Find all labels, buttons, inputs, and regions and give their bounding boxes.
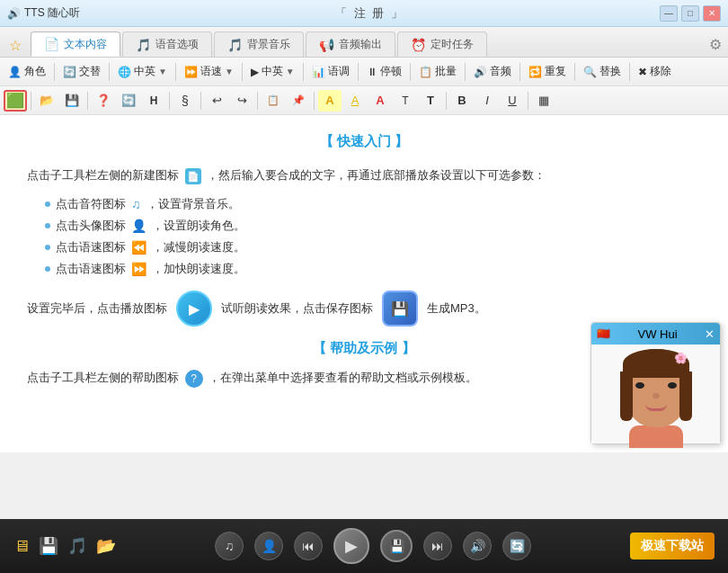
speed-button[interactable]: ⏩ 语速 ▼: [180, 62, 238, 81]
pause-label: 停顿: [380, 64, 402, 79]
lang2-button[interactable]: ▶ 中英 ▼: [246, 62, 299, 81]
h-button[interactable]: H: [142, 90, 165, 112]
tab-timer-task[interactable]: ⏰ 定时任务: [397, 31, 487, 57]
replace-icon: 🔍: [583, 66, 597, 78]
text-t2-button[interactable]: T: [419, 90, 442, 112]
yellow-underline-button[interactable]: A: [343, 90, 367, 112]
tone-label: 语调: [328, 64, 350, 79]
settings-button[interactable]: ⚙: [703, 31, 728, 57]
loop-button[interactable]: 🔄: [502, 532, 531, 560]
lang-button[interactable]: 🌐 中英 ▼: [113, 62, 172, 81]
preview-play-button[interactable]: ▶: [176, 291, 212, 327]
lang2-label: 中英: [262, 64, 283, 79]
red-color-button[interactable]: A: [368, 90, 392, 112]
tab-bg-icon: 🎵: [227, 38, 243, 52]
volume-button[interactable]: 🔊: [463, 532, 492, 560]
download-site-banner[interactable]: 极速下载站: [630, 533, 715, 560]
exchange-icon: 🔄: [63, 66, 76, 78]
sound-effect-button[interactable]: ♫: [215, 532, 244, 560]
redo-button[interactable]: ↪: [230, 90, 253, 112]
italic-button[interactable]: I: [475, 90, 499, 112]
sep2: [109, 63, 110, 81]
replace-button[interactable]: 🔍 替换: [579, 62, 626, 81]
copy-button[interactable]: 📋: [262, 90, 285, 112]
para-button[interactable]: §: [173, 90, 197, 112]
tab-timer-label: 定时任务: [431, 37, 474, 52]
move-button[interactable]: ✖ 移除: [634, 62, 676, 81]
paste-button[interactable]: 📌: [287, 90, 310, 112]
sep4: [242, 63, 243, 81]
lang2-arrow: ▼: [286, 67, 295, 76]
app-name: TTS 随心听: [24, 5, 80, 21]
batch-button[interactable]: 📋 批量: [414, 62, 461, 81]
screen-icon[interactable]: 🖥: [13, 537, 30, 556]
role-button[interactable]: 👤 角色: [4, 62, 50, 81]
rewind-button[interactable]: ⏮: [294, 532, 323, 560]
fast-forward-button[interactable]: ⏭: [423, 532, 452, 560]
speed-arrow: ▼: [225, 67, 234, 76]
sep9: [519, 63, 520, 81]
avatar-select-button[interactable]: 👤: [254, 532, 283, 560]
bullet-text2: 点击头像图标: [56, 218, 126, 234]
window-controls: — □ ✕: [660, 5, 721, 22]
underline-button[interactable]: U: [501, 90, 524, 112]
save-mp3-button[interactable]: 💾: [382, 291, 418, 327]
save-button[interactable]: 💾: [380, 530, 413, 562]
quick-start-title: 【 快速入门 】: [27, 133, 701, 150]
tab-voice-options[interactable]: 🎵 语音选项: [122, 31, 212, 57]
open-button[interactable]: 📂: [35, 90, 58, 112]
exchange-button[interactable]: 🔄 交替: [58, 62, 105, 81]
music-icon[interactable]: 🎵: [67, 536, 87, 556]
avatar-close-button[interactable]: ✕: [705, 327, 715, 341]
right-eye: [668, 382, 677, 389]
tone-icon: 📊: [312, 66, 325, 78]
bullet-suffix1: ，设置背景音乐。: [146, 196, 240, 212]
new-button[interactable]: 🟩: [4, 90, 27, 112]
undo-button[interactable]: ↩: [205, 90, 228, 112]
avatar-body: 🌸: [591, 345, 720, 443]
text-t1-button[interactable]: T: [394, 90, 417, 112]
music-note-icon: ♫: [131, 197, 141, 211]
role-label: 角色: [24, 64, 46, 79]
speed-icon: ⏩: [184, 66, 198, 78]
hair-side-right: [679, 372, 692, 421]
save-doc-button[interactable]: 💾: [60, 90, 84, 112]
pause-icon: ⏸: [367, 66, 377, 78]
close-button[interactable]: ✕: [703, 5, 721, 22]
sep3: [175, 63, 176, 81]
app-logo: 🔊 TTS 随心听: [7, 5, 80, 21]
fast-speed-icon: ⏩: [131, 262, 146, 276]
tab-audio-output[interactable]: 📢 音频输出: [306, 31, 395, 57]
tab-text-content[interactable]: 📄 文本内容: [31, 31, 120, 57]
tb2-sep2: [87, 92, 88, 110]
sep11: [629, 63, 630, 81]
lang2-icon: ▶: [251, 66, 259, 78]
list-item: 点击头像图标 👤 ，设置朗读角色。: [45, 218, 701, 234]
tab-audio-label: 音频输出: [339, 37, 382, 52]
more-format-button[interactable]: ▦: [532, 90, 555, 112]
toolbar2: 🟩 📂 💾 ❓ 🔄 H § ↩ ↪ 📋 📌 A A A T T B I U ▦: [0, 86, 728, 115]
highlight-button[interactable]: A: [318, 90, 342, 112]
pause-button[interactable]: ⏸ 停顿: [362, 62, 406, 81]
audio-button[interactable]: 🔊 音频: [469, 62, 516, 81]
bullet-dot: [45, 223, 50, 228]
save-icon[interactable]: 💾: [39, 536, 58, 556]
repeat-button[interactable]: 🔁 重复: [524, 62, 571, 81]
tab-bg-label: 背景音乐: [247, 37, 290, 52]
help-button[interactable]: ❓: [92, 90, 115, 112]
minimize-button[interactable]: —: [660, 5, 678, 22]
maximize-button[interactable]: □: [681, 5, 699, 22]
left-eye: [635, 382, 644, 389]
play-button[interactable]: ▶: [333, 528, 369, 564]
role-icon: 👤: [8, 66, 22, 78]
tb2-sep1: [31, 92, 31, 110]
favorites-button[interactable]: ☆: [4, 33, 27, 57]
folder-icon[interactable]: 📂: [96, 536, 116, 556]
tone-button[interactable]: 📊 语调: [307, 62, 354, 81]
tab-bg-music[interactable]: 🎵 背景音乐: [214, 31, 304, 57]
bold-button[interactable]: B: [450, 90, 474, 112]
sep6: [358, 63, 359, 81]
action-text3: 生成MP3。: [427, 300, 486, 317]
refresh-button[interactable]: 🔄: [117, 90, 140, 112]
sep8: [465, 63, 466, 81]
